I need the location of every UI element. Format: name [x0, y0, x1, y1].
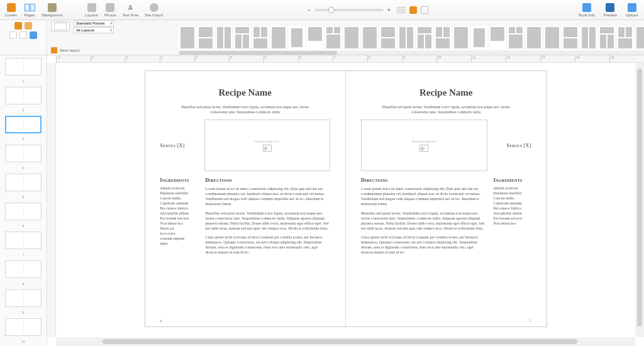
- canvas[interactable]: Recipe Name Phasellus sed purus lectus. …: [56, 63, 635, 337]
- layout-option[interactable]: [580, 26, 597, 50]
- layout-option[interactable]: [471, 26, 487, 50]
- page-thumbnail-number: 10: [21, 340, 25, 343]
- page-thumbnail[interactable]: [5, 289, 42, 307]
- ingredient-item: Aryophyllis allium: [494, 211, 531, 215]
- page-thumbnail-number: 4: [23, 166, 25, 170]
- layout-option[interactable]: [197, 26, 214, 50]
- zoom-out-button[interactable]: −: [307, 7, 310, 13]
- layout-option[interactable]: [599, 26, 615, 50]
- layout-option[interactable]: [270, 26, 287, 50]
- vertical-scrollbar[interactable]: [635, 63, 644, 337]
- layout-option[interactable]: [216, 26, 232, 50]
- undo-button[interactable]: [9, 31, 17, 39]
- color-swatch-icon[interactable]: [409, 6, 417, 14]
- recipe-subtitle[interactable]: Phasellus sed purus lectus. Vestibulum t…: [377, 104, 515, 114]
- background-icon: [48, 3, 57, 12]
- new-page-button[interactable]: [14, 22, 22, 30]
- siteimport-button[interactable]: Site Import: [142, 3, 165, 17]
- page-left[interactable]: Recipe Name Phasellus sed purus lectus. …: [145, 71, 346, 326]
- redo-button[interactable]: [19, 31, 27, 39]
- layout-option[interactable]: [380, 26, 396, 50]
- layout-option[interactable]: [635, 26, 644, 50]
- layout-option[interactable]: [435, 26, 451, 50]
- layout-option[interactable]: [544, 26, 560, 50]
- layout-option[interactable]: [526, 26, 542, 50]
- pages-button[interactable]: Pages: [21, 3, 38, 17]
- page-thumbnail[interactable]: [5, 145, 42, 162]
- layout-option[interactable]: [179, 26, 196, 50]
- ingredients-block[interactable]: Ingredients Amplis potatoesDepilatus int…: [494, 177, 531, 259]
- ingredients-heading: Ingredients: [160, 177, 198, 183]
- serves-label[interactable]: Serves [X]: [160, 143, 198, 148]
- page-thumbnail-column: 12345678910: [0, 55, 47, 346]
- page-thumbnail[interactable]: [5, 116, 42, 134]
- layout-option[interactable]: [453, 26, 469, 50]
- bookinfo-button[interactable]: Book Info: [576, 3, 597, 17]
- book-format-select[interactable]: Standard Portrait: [74, 20, 114, 26]
- align-icon[interactable]: [397, 7, 406, 13]
- layout-option[interactable]: [416, 26, 433, 50]
- settings-button[interactable]: [30, 31, 37, 39]
- zoom-thumb[interactable]: [328, 7, 335, 13]
- recipe-title[interactable]: Recipe Name: [361, 87, 531, 98]
- current-layout-thumb[interactable]: [51, 21, 70, 31]
- directions-para: Lorem ipsum dolor sit amet, consectetur …: [206, 186, 331, 206]
- layout-option[interactable]: [343, 26, 360, 50]
- directions-block[interactable]: Directions Lorem ipsum dolor sit amet, c…: [361, 177, 486, 259]
- zoom-slider[interactable]: [314, 9, 384, 11]
- page-thumbnail[interactable]: [5, 318, 42, 336]
- layout-option[interactable]: [508, 26, 524, 50]
- page-thumbnail[interactable]: [5, 174, 42, 191]
- upload-button[interactable]: Upload: [623, 3, 640, 17]
- bounds-toggle-icon[interactable]: [421, 6, 428, 14]
- layout-option[interactable]: [617, 26, 633, 50]
- ingredient-item: Canons multa: [494, 196, 531, 200]
- directions-block[interactable]: Directions Lorem ipsum dolor sit amet, c…: [206, 177, 331, 259]
- ingredient-item: Depilatus interifici: [494, 191, 531, 195]
- duplicate-page-button[interactable]: [25, 22, 32, 30]
- directions-heading: Directions: [361, 177, 486, 183]
- textflow-button[interactable]: A Text Flow: [120, 3, 141, 17]
- layout-option[interactable]: [489, 26, 506, 50]
- layout-option[interactable]: [252, 26, 269, 50]
- layout-option[interactable]: [398, 26, 414, 50]
- layout-strip-scrollbar[interactable]: [179, 51, 644, 55]
- image-dropzone[interactable]: Drag an image here: [361, 120, 487, 171]
- page-thumbnail[interactable]: [5, 203, 42, 220]
- ingredient-item: Amplis potatoes: [160, 186, 198, 190]
- save-layout-button[interactable]: Save layout: [51, 47, 79, 53]
- layout-option[interactable]: [325, 26, 341, 50]
- ruler-tick: 3: [194, 55, 197, 62]
- layout-option[interactable]: [234, 26, 250, 50]
- file-action-column: [0, 20, 47, 55]
- preview-button[interactable]: Preview: [601, 3, 619, 17]
- directions-para: Class aptent taciti sociosqu ad litora t…: [361, 235, 486, 255]
- image-icon: [263, 145, 272, 152]
- ruler-tick: 10: [436, 55, 441, 62]
- page-thumbnail-number: 2: [23, 108, 25, 112]
- recipe-title[interactable]: Recipe Name: [160, 87, 331, 98]
- page-thumbnail[interactable]: [5, 58, 42, 75]
- layout-option[interactable]: [289, 26, 305, 50]
- page-right[interactable]: Recipe Name Phasellus sed purus lectus. …: [345, 71, 547, 326]
- covers-button[interactable]: Covers: [3, 3, 19, 17]
- page-thumbnail[interactable]: [5, 87, 42, 104]
- top-toolbar: Covers Pages Background Layouts Photos A…: [0, 0, 644, 20]
- layouts-button[interactable]: Layouts: [82, 3, 101, 17]
- ruler-tick: 12: [506, 55, 511, 62]
- recipe-subtitle[interactable]: Phasellus sed purus lectus. Vestibulum t…: [176, 104, 314, 114]
- image-dropzone[interactable]: Drag an image here: [204, 120, 331, 171]
- page-thumbnail[interactable]: [5, 232, 42, 249]
- ingredient-item: Aryophyllis allium: [160, 211, 198, 215]
- page-number: 7: [530, 319, 531, 323]
- background-button[interactable]: Background: [40, 3, 65, 17]
- horizontal-scrollbar[interactable]: [56, 337, 635, 346]
- serves-label[interactable]: Serves [X]: [494, 143, 531, 148]
- ingredients-block[interactable]: Ingredients Amplis potatoesDepilatus int…: [160, 177, 198, 259]
- layout-option[interactable]: [362, 26, 378, 50]
- layout-option[interactable]: [307, 26, 323, 50]
- layout-filter-select[interactable]: All Layouts: [74, 27, 114, 33]
- layout-option[interactable]: [562, 26, 579, 50]
- page-thumbnail[interactable]: [5, 260, 42, 278]
- photos-button[interactable]: Photos: [102, 3, 119, 17]
